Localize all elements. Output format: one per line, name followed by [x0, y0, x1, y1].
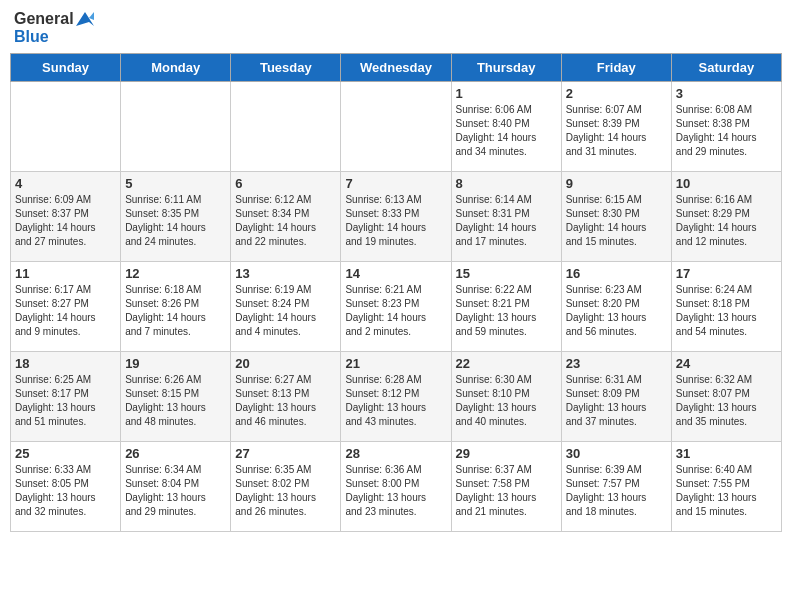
- calendar-cell: 23Sunrise: 6:31 AM Sunset: 8:09 PM Dayli…: [561, 352, 671, 442]
- day-number: 3: [676, 86, 777, 101]
- weekday-header-saturday: Saturday: [671, 54, 781, 82]
- calendar-cell: 24Sunrise: 6:32 AM Sunset: 8:07 PM Dayli…: [671, 352, 781, 442]
- day-number: 12: [125, 266, 226, 281]
- day-info: Sunrise: 6:40 AM Sunset: 7:55 PM Dayligh…: [676, 463, 777, 519]
- calendar-week-2: 4Sunrise: 6:09 AM Sunset: 8:37 PM Daylig…: [11, 172, 782, 262]
- calendar-cell: 1Sunrise: 6:06 AM Sunset: 8:40 PM Daylig…: [451, 82, 561, 172]
- weekday-header-monday: Monday: [121, 54, 231, 82]
- calendar-cell: 12Sunrise: 6:18 AM Sunset: 8:26 PM Dayli…: [121, 262, 231, 352]
- calendar-cell: 30Sunrise: 6:39 AM Sunset: 7:57 PM Dayli…: [561, 442, 671, 532]
- calendar-cell: 28Sunrise: 6:36 AM Sunset: 8:00 PM Dayli…: [341, 442, 451, 532]
- day-info: Sunrise: 6:12 AM Sunset: 8:34 PM Dayligh…: [235, 193, 336, 249]
- day-number: 23: [566, 356, 667, 371]
- day-number: 7: [345, 176, 446, 191]
- day-info: Sunrise: 6:21 AM Sunset: 8:23 PM Dayligh…: [345, 283, 446, 339]
- calendar-cell: 14Sunrise: 6:21 AM Sunset: 8:23 PM Dayli…: [341, 262, 451, 352]
- logo-text-blue: Blue: [14, 28, 94, 46]
- day-number: 24: [676, 356, 777, 371]
- calendar-cell: 9Sunrise: 6:15 AM Sunset: 8:30 PM Daylig…: [561, 172, 671, 262]
- calendar-cell: 10Sunrise: 6:16 AM Sunset: 8:29 PM Dayli…: [671, 172, 781, 262]
- day-number: 20: [235, 356, 336, 371]
- day-info: Sunrise: 6:30 AM Sunset: 8:10 PM Dayligh…: [456, 373, 557, 429]
- day-number: 22: [456, 356, 557, 371]
- day-info: Sunrise: 6:35 AM Sunset: 8:02 PM Dayligh…: [235, 463, 336, 519]
- day-number: 31: [676, 446, 777, 461]
- day-info: Sunrise: 6:22 AM Sunset: 8:21 PM Dayligh…: [456, 283, 557, 339]
- day-info: Sunrise: 6:06 AM Sunset: 8:40 PM Dayligh…: [456, 103, 557, 159]
- day-info: Sunrise: 6:24 AM Sunset: 8:18 PM Dayligh…: [676, 283, 777, 339]
- day-number: 8: [456, 176, 557, 191]
- day-info: Sunrise: 6:15 AM Sunset: 8:30 PM Dayligh…: [566, 193, 667, 249]
- day-number: 14: [345, 266, 446, 281]
- day-info: Sunrise: 6:11 AM Sunset: 8:35 PM Dayligh…: [125, 193, 226, 249]
- day-number: 1: [456, 86, 557, 101]
- weekday-header-wednesday: Wednesday: [341, 54, 451, 82]
- svg-marker-1: [89, 12, 94, 20]
- logo-text-general: General: [14, 10, 74, 28]
- day-info: Sunrise: 6:16 AM Sunset: 8:29 PM Dayligh…: [676, 193, 777, 249]
- day-number: 27: [235, 446, 336, 461]
- day-info: Sunrise: 6:17 AM Sunset: 8:27 PM Dayligh…: [15, 283, 116, 339]
- day-info: Sunrise: 6:34 AM Sunset: 8:04 PM Dayligh…: [125, 463, 226, 519]
- day-info: Sunrise: 6:07 AM Sunset: 8:39 PM Dayligh…: [566, 103, 667, 159]
- logo-bird-icon: [76, 12, 94, 26]
- day-number: 26: [125, 446, 226, 461]
- weekday-header-thursday: Thursday: [451, 54, 561, 82]
- calendar-cell: 19Sunrise: 6:26 AM Sunset: 8:15 PM Dayli…: [121, 352, 231, 442]
- calendar-cell: 3Sunrise: 6:08 AM Sunset: 8:38 PM Daylig…: [671, 82, 781, 172]
- calendar-cell: [121, 82, 231, 172]
- day-info: Sunrise: 6:26 AM Sunset: 8:15 PM Dayligh…: [125, 373, 226, 429]
- day-number: 19: [125, 356, 226, 371]
- calendar-cell: 8Sunrise: 6:14 AM Sunset: 8:31 PM Daylig…: [451, 172, 561, 262]
- calendar-cell: 4Sunrise: 6:09 AM Sunset: 8:37 PM Daylig…: [11, 172, 121, 262]
- calendar-cell: 20Sunrise: 6:27 AM Sunset: 8:13 PM Dayli…: [231, 352, 341, 442]
- calendar-cell: 17Sunrise: 6:24 AM Sunset: 8:18 PM Dayli…: [671, 262, 781, 352]
- weekday-header-friday: Friday: [561, 54, 671, 82]
- calendar-week-1: 1Sunrise: 6:06 AM Sunset: 8:40 PM Daylig…: [11, 82, 782, 172]
- calendar-body: 1Sunrise: 6:06 AM Sunset: 8:40 PM Daylig…: [11, 82, 782, 532]
- calendar-cell: 18Sunrise: 6:25 AM Sunset: 8:17 PM Dayli…: [11, 352, 121, 442]
- day-info: Sunrise: 6:39 AM Sunset: 7:57 PM Dayligh…: [566, 463, 667, 519]
- weekday-header-tuesday: Tuesday: [231, 54, 341, 82]
- day-info: Sunrise: 6:13 AM Sunset: 8:33 PM Dayligh…: [345, 193, 446, 249]
- day-number: 28: [345, 446, 446, 461]
- calendar-week-3: 11Sunrise: 6:17 AM Sunset: 8:27 PM Dayli…: [11, 262, 782, 352]
- day-number: 11: [15, 266, 116, 281]
- svg-marker-0: [76, 12, 94, 26]
- day-number: 5: [125, 176, 226, 191]
- day-info: Sunrise: 6:36 AM Sunset: 8:00 PM Dayligh…: [345, 463, 446, 519]
- day-number: 16: [566, 266, 667, 281]
- page-header: General Blue: [10, 10, 782, 45]
- day-info: Sunrise: 6:33 AM Sunset: 8:05 PM Dayligh…: [15, 463, 116, 519]
- day-number: 15: [456, 266, 557, 281]
- calendar-cell: 27Sunrise: 6:35 AM Sunset: 8:02 PM Dayli…: [231, 442, 341, 532]
- calendar-cell: [11, 82, 121, 172]
- day-number: 21: [345, 356, 446, 371]
- day-info: Sunrise: 6:09 AM Sunset: 8:37 PM Dayligh…: [15, 193, 116, 249]
- day-info: Sunrise: 6:28 AM Sunset: 8:12 PM Dayligh…: [345, 373, 446, 429]
- day-info: Sunrise: 6:14 AM Sunset: 8:31 PM Dayligh…: [456, 193, 557, 249]
- day-info: Sunrise: 6:08 AM Sunset: 8:38 PM Dayligh…: [676, 103, 777, 159]
- calendar-cell: 31Sunrise: 6:40 AM Sunset: 7:55 PM Dayli…: [671, 442, 781, 532]
- calendar-cell: 5Sunrise: 6:11 AM Sunset: 8:35 PM Daylig…: [121, 172, 231, 262]
- calendar-cell: 29Sunrise: 6:37 AM Sunset: 7:58 PM Dayli…: [451, 442, 561, 532]
- calendar-table: SundayMondayTuesdayWednesdayThursdayFrid…: [10, 53, 782, 532]
- calendar-cell: 25Sunrise: 6:33 AM Sunset: 8:05 PM Dayli…: [11, 442, 121, 532]
- day-info: Sunrise: 6:31 AM Sunset: 8:09 PM Dayligh…: [566, 373, 667, 429]
- calendar-header-row: SundayMondayTuesdayWednesdayThursdayFrid…: [11, 54, 782, 82]
- day-info: Sunrise: 6:32 AM Sunset: 8:07 PM Dayligh…: [676, 373, 777, 429]
- calendar-cell: 22Sunrise: 6:30 AM Sunset: 8:10 PM Dayli…: [451, 352, 561, 442]
- calendar-cell: 7Sunrise: 6:13 AM Sunset: 8:33 PM Daylig…: [341, 172, 451, 262]
- day-number: 2: [566, 86, 667, 101]
- calendar-cell: [341, 82, 451, 172]
- day-info: Sunrise: 6:23 AM Sunset: 8:20 PM Dayligh…: [566, 283, 667, 339]
- day-info: Sunrise: 6:19 AM Sunset: 8:24 PM Dayligh…: [235, 283, 336, 339]
- calendar-cell: 11Sunrise: 6:17 AM Sunset: 8:27 PM Dayli…: [11, 262, 121, 352]
- day-info: Sunrise: 6:37 AM Sunset: 7:58 PM Dayligh…: [456, 463, 557, 519]
- day-number: 29: [456, 446, 557, 461]
- day-number: 9: [566, 176, 667, 191]
- day-number: 18: [15, 356, 116, 371]
- day-number: 10: [676, 176, 777, 191]
- day-number: 17: [676, 266, 777, 281]
- calendar-cell: [231, 82, 341, 172]
